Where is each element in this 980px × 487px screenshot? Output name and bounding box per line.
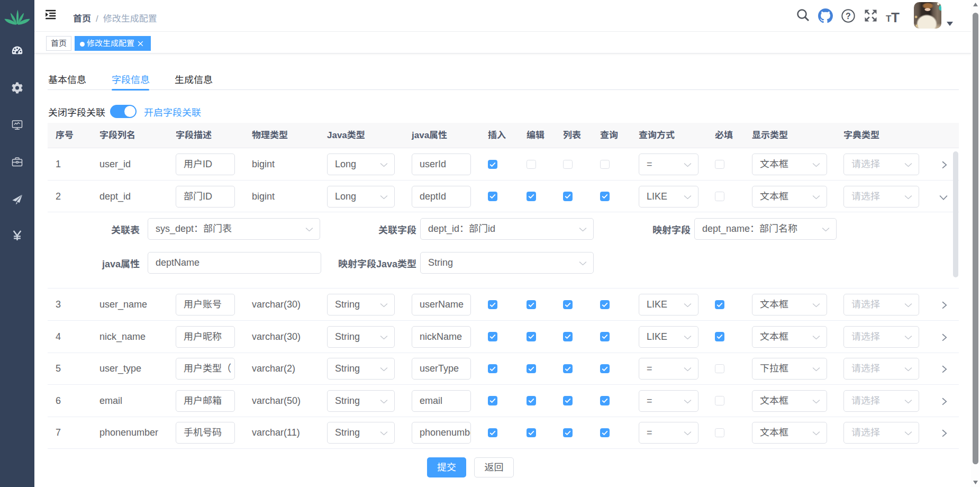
svg-text:?: ? <box>846 12 851 21</box>
